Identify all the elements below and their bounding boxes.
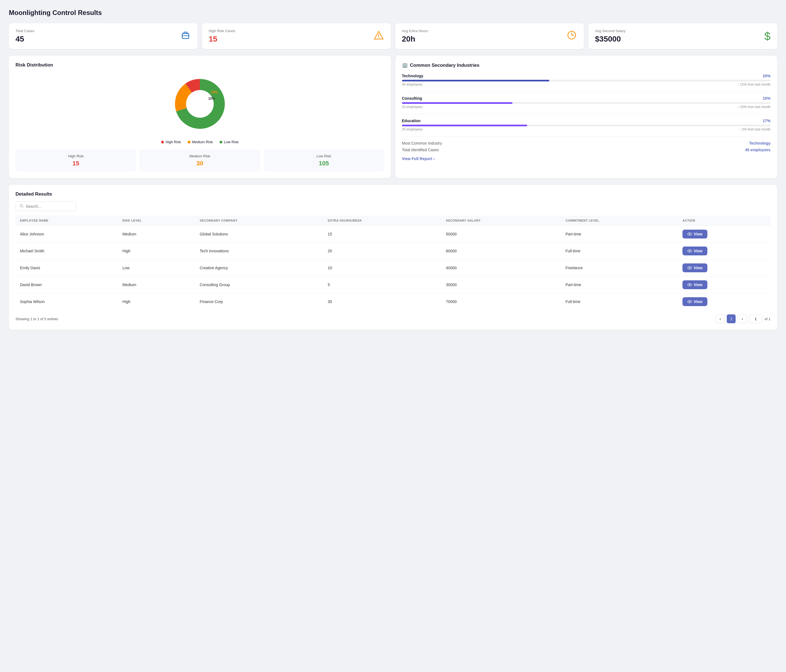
cell-commitment-3: Part-time [561,277,678,293]
stat-label-high-risk: High Risk Cases [209,29,235,33]
cell-name-2: Emily Davis [16,260,118,277]
legend-high-risk-label: High Risk [165,140,181,144]
industry-education-trend: ↑ 2% from last month [739,127,770,131]
industry-tech-name: Technology [402,74,424,78]
view-button-0[interactable]: View [682,230,707,239]
cell-action-4: View [678,293,770,310]
industries-title: 🏢 Common Secondary Industries [402,62,771,68]
svg-point-26 [689,301,690,302]
stat-label-total: Total Cases [16,29,34,33]
svg-point-11 [187,91,213,117]
main-row: Risk Distribution 10% 20% 70% [9,56,777,178]
search-input[interactable] [26,204,72,209]
cell-commitment-2: Freelance [561,260,678,277]
view-full-report-link[interactable]: View Full Report › [402,156,771,161]
medium-risk-stat: Medium Risk 30 [140,150,260,172]
stat-label-avg-salary: Avg Second Salary [595,29,626,33]
eye-icon [687,232,692,236]
eye-icon [687,283,692,287]
stat-value-high-risk: 15 [209,35,235,44]
cell-salary-1: 60000 [442,242,561,260]
risk-distribution-card: Risk Distribution 10% 20% 70% [9,56,391,178]
table-row: Emily Davis Low Creative Agency 10 40000… [16,260,770,277]
industry-tech-fill [402,80,550,82]
cell-commitment-1: Full-time [561,242,678,260]
cell-hours-2: 10 [323,260,442,277]
cell-hours-0: 15 [323,226,442,242]
table-row: Alice Johnson Medium Global Solutions 15… [16,226,770,242]
svg-text:20%: 20% [211,90,218,94]
chevron-right-icon: › [433,156,435,161]
industry-technology: Technology 20% 30 employees ↑ 12% from l… [402,74,771,87]
results-table: EMPLOYEE NAME RISK LEVEL SECONDARY COMPA… [16,216,770,310]
stat-card-avg-salary: Avg Second Salary $35000 $ [588,23,777,49]
industry-education-meta: 25 employees ↑ 2% from last month [402,127,771,131]
high-risk-dot [161,141,164,143]
medium-risk-stat-label: Medium Risk [144,154,256,158]
industry-education: Education 17% 25 employees ↑ 2% from las… [402,118,771,131]
col-secondary-salary: SECONDARY SALARY [442,216,561,226]
legend-high-risk: High Risk [161,140,181,144]
industry-tech-trend: ↑ 12% from last month [737,83,770,87]
cell-commitment-4: Full-time [561,293,678,310]
industry-tech-pct: 20% [763,74,770,78]
cell-name-4: Sophia Wilson [16,293,118,310]
next-page-button[interactable]: › [738,315,747,323]
col-commitment-level: COMMITMENT LEVEL [561,216,678,226]
low-risk-stat-label: Low Risk [268,154,380,158]
prev-page-button[interactable]: ‹ [716,315,725,323]
summary-most-common: Most Common Industry Technology [402,141,771,145]
cell-risk-3: Medium [118,277,195,293]
low-risk-dot [220,141,222,143]
summary-total-cases: Total Identified Cases 45 employees [402,148,771,152]
col-secondary-company: SECONDARY COMPANY [195,216,323,226]
risk-stats-row: High Risk 15 Medium Risk 30 Low Risk 105 [16,150,384,172]
cell-hours-4: 30 [323,293,442,310]
pagination-showing: Showing 1 to 1 of 5 entries [16,317,58,321]
cell-salary-2: 40000 [442,260,561,277]
cell-action-2: View [678,260,770,277]
cell-risk-1: High [118,242,195,260]
svg-text:70%: 70% [192,110,199,114]
industry-consulting-bar [402,102,771,104]
medium-risk-dot [188,141,190,143]
industry-consulting-employees: 22 employees [402,105,423,109]
pagination-controls: ‹ 1 › of 1 [716,315,770,323]
current-page-button[interactable]: 1 [727,315,736,323]
cell-commitment-0: Part-time [561,226,678,242]
high-risk-stat-label: High Risk [20,154,132,158]
cell-action-3: View [678,277,770,293]
cell-risk-0: Medium [118,226,195,242]
view-button-3[interactable]: View [682,280,707,289]
view-button-4[interactable]: View [682,297,707,306]
svg-point-4 [378,38,379,38]
view-button-2[interactable]: View [682,263,707,272]
eye-icon [687,249,692,253]
search-box[interactable] [16,201,76,211]
table-header-row: EMPLOYEE NAME RISK LEVEL SECONDARY COMPA… [16,216,770,226]
cell-action-0: View [678,226,770,242]
search-icon [20,204,24,209]
svg-text:10%: 10% [208,97,215,101]
view-button-1[interactable]: View [682,247,707,255]
industry-tech-meta: 30 employees ↑ 12% from last month [402,83,771,87]
industry-consulting-fill [402,102,512,104]
industry-consulting-trend: ↑ 10% from last month [737,105,770,109]
briefcase-icon [180,30,191,43]
svg-point-20 [689,250,690,252]
donut-chart: 10% 20% 70% [170,73,230,134]
svg-point-18 [689,233,690,234]
table-row: David Brown Medium Consulting Group 5 30… [16,277,770,293]
summary-total-cases-value: 45 employees [745,148,770,152]
warning-icon [373,30,384,43]
eye-icon [687,266,692,270]
page-jump-input[interactable] [749,315,762,323]
cell-name-1: Michael Smith [16,242,118,260]
stat-value-avg-hours: 20h [402,35,428,44]
dollar-icon: $ [764,30,770,42]
stat-label-avg-hours: Avg Extra Hours [402,29,428,33]
col-action: ACTION [678,216,770,226]
industry-education-bar [402,125,771,126]
svg-line-16 [22,207,24,208]
industry-education-name: Education [402,118,421,123]
